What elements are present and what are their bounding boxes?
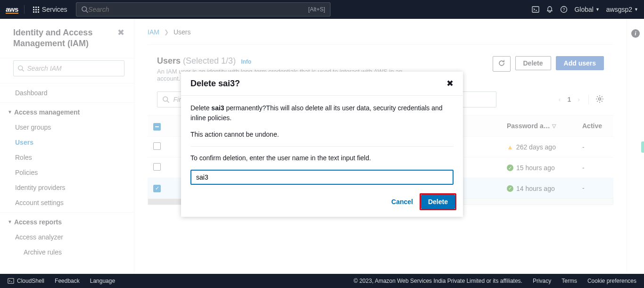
nav-identity-providers[interactable]: Identity providers: [0, 180, 134, 195]
row-checkbox[interactable]: [153, 142, 161, 150]
footer-cloudshell[interactable]: CloudShell: [17, 278, 44, 284]
modal-warning-1: Delete sai3 permanently?This will also d…: [190, 103, 454, 123]
gear-icon: [595, 95, 604, 103]
check-circle-icon: ✓: [507, 185, 513, 192]
nav-dashboard[interactable]: Dashboard: [0, 85, 134, 100]
search-shortcut-hint: [Alt+S]: [308, 6, 325, 13]
modal-title: Delete sai3?: [190, 79, 240, 89]
col-password-age[interactable]: Password a…▽: [507, 122, 556, 130]
cancel-button[interactable]: Cancel: [391, 198, 413, 206]
modal-close-icon[interactable]: ✖: [446, 78, 454, 89]
svg-point-7: [163, 97, 168, 101]
global-search[interactable]: [Alt+S]: [76, 2, 330, 16]
confirm-delete-button[interactable]: Delete: [421, 195, 455, 209]
delete-button-highlight: Delete: [420, 193, 456, 210]
crumb-current: Users: [173, 28, 191, 36]
svg-line-8: [167, 101, 169, 103]
svg-rect-2: [532, 7, 539, 12]
confirm-username-input[interactable]: [190, 170, 454, 185]
cloudshell-icon[interactable]: [532, 6, 539, 13]
nav-roles[interactable]: Roles: [0, 150, 134, 165]
services-label: Services: [42, 6, 67, 13]
nav-section-access-reports[interactable]: ▼ Access reports: [0, 214, 134, 230]
feedback-tab[interactable]: [641, 141, 644, 153]
footer-terms[interactable]: Terms: [561, 278, 577, 284]
nav-user-groups[interactable]: User groups: [0, 120, 134, 135]
footer-privacy[interactable]: Privacy: [533, 278, 551, 284]
col-activity[interactable]: Active: [582, 122, 602, 130]
sidebar: Identity and Access Management (IAM) ✖ D…: [0, 19, 134, 274]
chevron-down-icon: ▼: [8, 219, 12, 224]
search-icon: [17, 65, 25, 72]
svg-line-1: [86, 11, 88, 13]
crumb-iam[interactable]: IAM: [148, 28, 159, 36]
svg-point-9: [599, 98, 601, 100]
users-info-link[interactable]: Info: [241, 58, 251, 65]
nav-section-access-management[interactable]: ▼ Access management: [0, 105, 134, 120]
svg-point-0: [82, 7, 86, 11]
info-icon[interactable]: i: [631, 29, 640, 38]
delete-user-modal: Delete sai3? ✖ Delete sai3 permanently?T…: [181, 72, 463, 217]
search-icon: [162, 96, 169, 103]
pager-page-number: 1: [568, 96, 571, 103]
aws-logo[interactable]: aws: [6, 5, 25, 14]
footer: CloudShell Feedback Language © 2023, Ama…: [0, 274, 644, 288]
nav-access-analyzer[interactable]: Access analyzer: [0, 230, 134, 245]
svg-text:?: ?: [563, 7, 565, 12]
pagination: ‹ 1 ›: [559, 95, 604, 105]
account-menu[interactable]: awsgsp2▼: [606, 6, 638, 13]
nav-policies[interactable]: Policies: [0, 165, 134, 180]
footer-cookies[interactable]: Cookie preferences: [587, 278, 636, 284]
chevron-down-icon: ▼: [8, 109, 12, 115]
add-users-button[interactable]: Add users: [556, 56, 604, 70]
header-checkbox[interactable]: [153, 123, 161, 131]
top-nav: aws Services [Alt+S] ? Global▼ awsgsp2▼: [0, 0, 644, 19]
modal-warning-2: This action cannot be undone.: [190, 130, 454, 140]
delete-users-button[interactable]: Delete: [515, 56, 551, 70]
nav-account-settings[interactable]: Account settings: [0, 195, 134, 210]
users-heading: Users: [157, 56, 181, 66]
sidebar-title: Identity and Access Management (IAM): [13, 27, 117, 49]
cloudshell-icon: [8, 278, 14, 284]
search-icon: [81, 6, 89, 13]
pager-prev[interactable]: ‹: [559, 96, 561, 103]
sidebar-close-icon[interactable]: ✖: [117, 27, 124, 38]
row-checkbox[interactable]: [153, 163, 161, 171]
region-selector[interactable]: Global▼: [574, 6, 599, 13]
svg-point-5: [18, 66, 23, 70]
svg-rect-10: [8, 279, 14, 284]
help-icon[interactable]: ?: [560, 6, 568, 13]
topnav-right: ? Global▼ awsgsp2▼: [532, 6, 638, 13]
pager-next[interactable]: ›: [578, 96, 580, 103]
row-checkbox[interactable]: [153, 185, 161, 192]
services-menu[interactable]: Services: [28, 6, 72, 13]
breadcrumb: IAM ❯ Users: [148, 28, 613, 42]
global-search-input[interactable]: [88, 6, 325, 13]
refresh-icon: [498, 59, 505, 67]
sidebar-search[interactable]: [13, 60, 124, 76]
svg-line-6: [22, 70, 24, 72]
footer-feedback[interactable]: Feedback: [55, 278, 80, 284]
services-grid-icon: [33, 7, 39, 13]
nav-archive-rules[interactable]: Archive rules: [0, 245, 134, 260]
help-panel-collapsed: i: [627, 19, 644, 274]
refresh-button[interactable]: [493, 56, 511, 72]
footer-language[interactable]: Language: [90, 278, 115, 284]
check-circle-icon: ✓: [507, 165, 513, 171]
footer-copyright: © 2023, Amazon Web Services India Privat…: [354, 278, 522, 284]
sidebar-search-input[interactable]: [27, 65, 121, 72]
table-settings-button[interactable]: [588, 95, 604, 105]
chevron-right-icon: ❯: [164, 29, 169, 35]
nav-users[interactable]: Users: [0, 135, 134, 150]
modal-confirm-instruction: To confirm deletion, enter the user name…: [190, 153, 454, 163]
warning-icon: ▲: [507, 143, 513, 151]
users-selected-count: (Selected 1/3): [183, 56, 236, 66]
notifications-icon[interactable]: [546, 6, 553, 13]
